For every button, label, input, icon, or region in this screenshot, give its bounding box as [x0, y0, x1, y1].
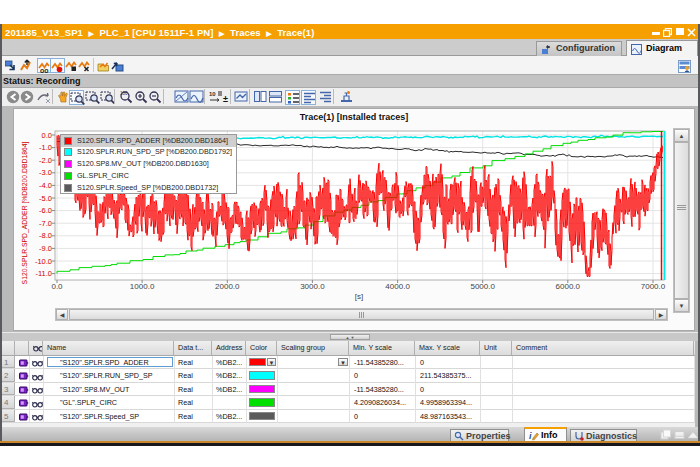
svg-text:0.0: 0.0 — [51, 282, 63, 291]
svg-text:-2.0: -2.0 — [39, 156, 52, 165]
svg-text:-9.0: -9.0 — [39, 244, 52, 253]
svg-text:0.0: 0.0 — [42, 131, 52, 140]
svg-text:7000.0: 7000.0 — [641, 282, 666, 291]
svg-text:-3.0: -3.0 — [39, 168, 52, 177]
svg-text:i: i — [529, 431, 532, 441]
svg-text:-6.0: -6.0 — [39, 206, 52, 215]
svg-text:S120.SPLR.SPD_ADDER [%DB200.DB: S120.SPLR.SPD_ADDER [%DB200.DBD1864] — [21, 141, 29, 284]
svg-text:3000.0: 3000.0 — [300, 282, 325, 291]
svg-text:6000.0: 6000.0 — [556, 282, 581, 291]
svg-text:1000.0: 1000.0 — [130, 282, 155, 291]
svg-text:-4.0: -4.0 — [39, 181, 52, 190]
svg-text:[s]: [s] — [355, 292, 363, 301]
svg-text:-5.0: -5.0 — [39, 194, 52, 203]
svg-text:-8.0: -8.0 — [39, 231, 52, 240]
svg-text:2000.0: 2000.0 — [215, 282, 240, 291]
svg-text:-11.0: -11.0 — [35, 269, 52, 278]
svg-text:-7.0: -7.0 — [39, 219, 52, 228]
svg-text:-1.0: -1.0 — [39, 143, 52, 152]
svg-text:5000.0: 5000.0 — [470, 282, 495, 291]
svg-text:4000.0: 4000.0 — [385, 282, 410, 291]
svg-text:-10.0: -10.0 — [35, 257, 52, 266]
